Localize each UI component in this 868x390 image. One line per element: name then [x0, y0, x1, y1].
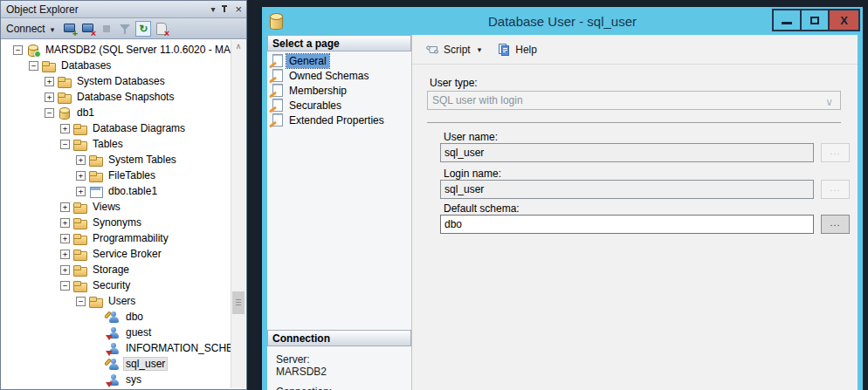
folder-icon [73, 263, 86, 277]
pin-icon[interactable] [221, 4, 229, 14]
tree-item-information-schema[interactable]: INFORMATION_SCHEM [2, 340, 245, 356]
tree-item-label: MARSDB2 (SQL Server 11.0.6020 - MARSD [43, 43, 245, 57]
tree-item-label: sys [123, 373, 144, 387]
close-icon: X [840, 14, 848, 27]
tree-item-storage[interactable]: + Storage [2, 262, 245, 277]
chevron-down-icon: ▾ [478, 45, 482, 54]
user-key-icon [107, 358, 120, 371]
object-explorer-toolbar: Connect ▾ [1, 18, 246, 39]
script-error-icon[interactable] [154, 21, 169, 37]
help-button[interactable]: Help [493, 39, 541, 60]
object-explorer-panel: Object Explorer ▾ × Connect ▾ − MARSDB2 … [0, 0, 247, 390]
tree-item-security[interactable]: − Security [2, 277, 245, 293]
refresh-icon[interactable] [135, 21, 151, 37]
page-item-owned-schemas[interactable]: Owned Schemas [267, 68, 411, 83]
maximize-button[interactable] [800, 9, 830, 31]
tree-item-label: Database Snapshots [74, 90, 176, 104]
user-disabled-icon [107, 342, 120, 355]
user-name-label: User name: [444, 131, 498, 143]
tree-item-sql-user[interactable]: sql_user [2, 356, 245, 372]
tree-item-programmability[interactable]: + Programmability [2, 230, 245, 246]
tree-item-label: Synonyms [90, 216, 144, 229]
disconnect-icon[interactable] [80, 21, 96, 37]
dialog-titlebar[interactable]: Database User - sql_user X [262, 7, 863, 35]
tree-item-db1[interactable]: − db1 [2, 105, 245, 120]
collapse-icon[interactable]: − [76, 297, 86, 306]
tree-item-tables[interactable]: − Tables [2, 136, 245, 152]
expand-icon[interactable]: + [45, 77, 54, 86]
tree-item-system-tables[interactable]: + System Tables [2, 152, 245, 168]
collapse-icon[interactable]: − [13, 45, 23, 55]
minimize-button[interactable] [772, 9, 802, 31]
expand-icon[interactable]: + [60, 265, 70, 275]
collapse-icon[interactable]: − [45, 108, 54, 118]
script-icon [425, 43, 439, 57]
tree-item-views[interactable]: + Views [2, 199, 245, 215]
tree-item-service-broker[interactable]: + Service Broker [2, 246, 245, 262]
tree-item-dbo-table1[interactable]: + dbo.table1 [2, 183, 245, 199]
expand-icon[interactable]: + [60, 218, 70, 228]
minimize-icon [782, 22, 792, 24]
page-item-extended-properties[interactable]: Extended Properties [267, 113, 411, 127]
tree-item-database-snapshots[interactable]: + Database Snapshots [2, 89, 245, 105]
page-item-label: Membership [286, 84, 349, 98]
tree-item-filetables[interactable]: + FileTables [2, 168, 245, 183]
page-item-securables[interactable]: Securables [267, 98, 411, 113]
collapse-icon[interactable]: − [60, 281, 70, 291]
expand-icon[interactable]: + [60, 250, 70, 259]
tree-item-database-diagrams[interactable]: + Database Diagrams [2, 120, 245, 136]
tree-item-server[interactable]: − MARSDB2 (SQL Server 11.0.6020 - MARSD [2, 42, 245, 58]
tree-item-label: Users [106, 294, 138, 308]
folder-icon [58, 91, 71, 104]
expand-icon[interactable]: + [76, 187, 86, 196]
connect-button[interactable]: Connect [6, 23, 45, 35]
tree-item-synonyms[interactable]: + Synonyms [2, 215, 245, 230]
tree-item-label: Storage [90, 263, 132, 277]
tree-item-label: Database Diagrams [90, 121, 188, 135]
tree-item-dbo[interactable]: dbo [2, 309, 245, 325]
tree-item-users[interactable]: − Users [2, 293, 245, 309]
window-position-icon[interactable]: ▾ [210, 5, 215, 14]
connection-label: Connection: [276, 386, 411, 390]
page-icon [271, 84, 284, 97]
folder-icon [73, 232, 86, 245]
user-name-field [440, 143, 814, 162]
tree-item-databases[interactable]: − Databases [2, 58, 245, 73]
server-database-icon [26, 44, 39, 57]
tree-scrollbar[interactable]: ∧ [231, 40, 245, 388]
expand-icon[interactable]: + [60, 202, 70, 212]
expand-icon[interactable]: + [60, 124, 70, 133]
chevron-down-icon[interactable]: ▾ [51, 25, 55, 34]
tree-item-label: FileTables [106, 168, 158, 182]
tree-item-label: Programmability [90, 231, 171, 245]
tree-item-sys[interactable]: sys [2, 372, 245, 387]
default-schema-browse-button[interactable]: ... [821, 215, 850, 234]
collapse-icon[interactable]: − [60, 140, 70, 149]
collapse-icon[interactable]: − [29, 61, 38, 71]
tree-item-label: Security [90, 278, 133, 292]
folder-icon [73, 122, 86, 135]
expand-icon[interactable]: + [76, 155, 86, 165]
expand-icon[interactable]: + [76, 171, 86, 181]
tree-item-label: dbo.table1 [106, 184, 160, 198]
filter-icon[interactable] [117, 21, 133, 37]
tree-item-guest[interactable]: guest [2, 325, 245, 340]
scroll-up-icon[interactable]: ∧ [231, 40, 245, 54]
script-button[interactable]: Script ▾ [421, 39, 486, 60]
expand-icon[interactable]: + [45, 92, 54, 102]
default-schema-field[interactable] [440, 215, 814, 234]
object-explorer-titlebar[interactable]: Object Explorer ▾ × [1, 1, 246, 18]
folder-icon [89, 169, 102, 182]
tree-item-label: db1 [74, 106, 97, 120]
scrollbar-thumb[interactable] [232, 291, 245, 314]
close-button[interactable]: X [828, 9, 860, 31]
close-icon[interactable]: × [235, 5, 242, 14]
tree-item-system-databases[interactable]: + System Databases [2, 73, 245, 89]
page-item-general[interactable]: General [267, 53, 411, 68]
page-item-membership[interactable]: Membership [267, 83, 411, 98]
connect-icon[interactable] [62, 21, 78, 37]
server-value: MARSDB2 [276, 366, 411, 378]
expand-icon[interactable]: + [60, 234, 70, 243]
tree-item-label: dbo [123, 310, 146, 324]
login-name-browse-button: ... [821, 180, 850, 199]
